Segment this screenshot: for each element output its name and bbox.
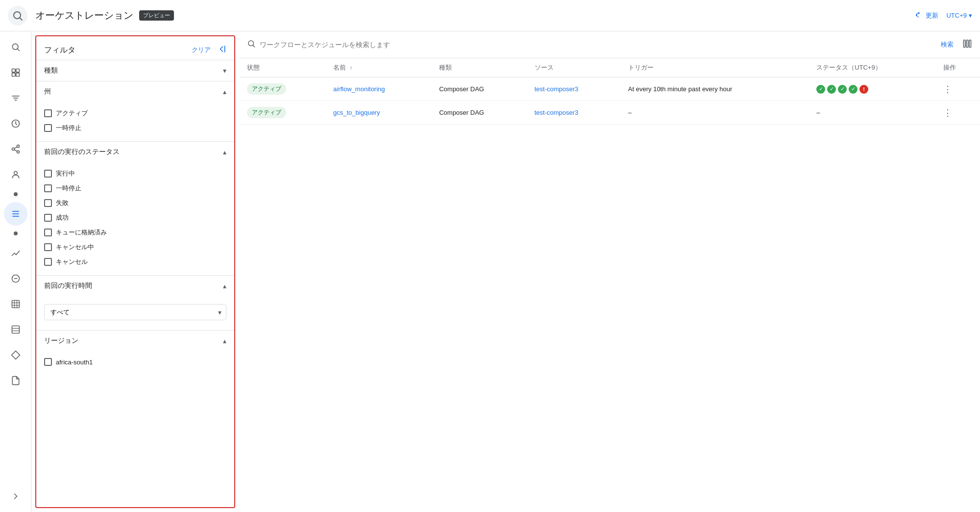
- filter-section-region-body: africa-south1: [36, 351, 234, 375]
- col-header-actions: 操作: [935, 58, 980, 77]
- svg-point-12: [17, 145, 19, 148]
- sidebar-item-share[interactable]: [4, 137, 27, 161]
- chevron-down-icon: ▾: [969, 12, 972, 19]
- svg-rect-35: [964, 40, 965, 47]
- checkbox-africa-south1[interactable]: [44, 358, 52, 366]
- filter-checkbox-active[interactable]: アクティブ: [44, 106, 226, 121]
- filter-collapse-button[interactable]: [217, 44, 226, 56]
- dot-divider-2: [14, 231, 18, 235]
- more-actions-button-2[interactable]: ⋮: [943, 108, 952, 118]
- filter-checkbox-running[interactable]: 実行中: [44, 166, 226, 181]
- svg-point-14: [17, 151, 19, 153]
- utc-selector[interactable]: UTC+9 ▾: [946, 12, 972, 19]
- filter-section-last-run-time: 前回の実行時間 ▴ すべて 1時間以内 6時間以内 24時間以内 7日以内 ▾: [36, 275, 234, 330]
- svg-line-34: [253, 45, 254, 47]
- checkbox-queued[interactable]: [44, 229, 52, 236]
- cell-status: ✓ ✓ ✓ ✓ !: [808, 77, 935, 101]
- cell-trigger: At every 10th minute past every hour: [620, 77, 808, 101]
- workflows-table: 状態 名前 ↑ 種類 ソース トリガー ステータス（UTC+9） 操作: [239, 58, 980, 125]
- svg-rect-7: [16, 73, 19, 77]
- chevron-up-icon-2: ▴: [223, 148, 226, 156]
- cell-type: Composer DAG: [431, 101, 527, 125]
- svg-rect-37: [969, 40, 971, 47]
- filter-checkbox-success[interactable]: 成功: [44, 210, 226, 225]
- checkbox-cancelled[interactable]: [44, 258, 52, 266]
- filter-checkbox-africa-south1[interactable]: africa-south1: [44, 355, 226, 369]
- last-run-time-select[interactable]: すべて 1時間以内 6時間以内 24時間以内 7日以内: [44, 304, 226, 320]
- checkbox-active[interactable]: [44, 109, 52, 117]
- filter-section-type-header[interactable]: 種類 ▾: [36, 60, 234, 81]
- sidebar-item-shield[interactable]: [4, 267, 27, 290]
- checkbox-suspended[interactable]: [44, 184, 52, 192]
- sidebar-item-clock[interactable]: [4, 112, 27, 135]
- table-row: アクティブ airflow_monitoring Composer DAG te…: [239, 77, 980, 101]
- col-header-name[interactable]: 名前 ↑: [325, 58, 431, 77]
- svg-rect-5: [16, 69, 19, 73]
- sidebar-item-expand[interactable]: [4, 485, 27, 508]
- filter-section-state: 州 ▴ アクティブ 一時停止: [36, 81, 234, 141]
- filter-section-last-run-status-body: 実行中 一時停止 失敗 成功 キューに格納済み: [36, 162, 234, 275]
- filter-checkbox-queued[interactable]: キューに格納済み: [44, 225, 226, 240]
- filter-panel: フィルタ クリア 種類 ▾ 州 ▴ アク: [35, 35, 235, 508]
- search-input[interactable]: [260, 41, 932, 49]
- sort-icon: ↑: [350, 65, 353, 71]
- checkbox-running[interactable]: [44, 170, 52, 178]
- filter-clear-button[interactable]: クリア: [192, 46, 211, 54]
- main-layout: フィルタ クリア 種類 ▾ 州 ▴ アク: [0, 31, 980, 512]
- search-icon: [247, 39, 256, 51]
- filter-section-type: 種類 ▾: [36, 60, 234, 81]
- checkbox-failed[interactable]: [44, 199, 52, 207]
- checkbox-success[interactable]: [44, 214, 52, 222]
- svg-point-13: [12, 148, 14, 151]
- workflow-name-link-2[interactable]: gcs_to_bigquery: [333, 109, 380, 116]
- icon-sidebar: [0, 31, 31, 512]
- topbar: オーケストレーション プレビュー 更新 UTC+9 ▾: [0, 0, 980, 31]
- sidebar-item-orchestration[interactable]: [4, 202, 27, 226]
- status-check-icon-2: ✓: [827, 85, 836, 94]
- filter-checkbox-cancelled[interactable]: キャンセル: [44, 255, 226, 269]
- refresh-button[interactable]: 更新: [915, 11, 938, 20]
- preview-badge: プレビュー: [139, 10, 174, 21]
- workflow-name-link[interactable]: airflow_monitoring: [333, 85, 385, 93]
- sidebar-item-dashboard[interactable]: [4, 61, 27, 84]
- dot-divider-1: [14, 192, 18, 196]
- cell-name: gcs_to_bigquery: [325, 101, 431, 125]
- sidebar-item-people[interactable]: [4, 163, 27, 186]
- sidebar-item-table[interactable]: [4, 318, 27, 341]
- source-link[interactable]: test-composer3: [535, 85, 579, 93]
- sidebar-item-grid[interactable]: [4, 292, 27, 316]
- filter-checkbox-suspended[interactable]: 一時停止: [44, 181, 226, 196]
- filter-section-region-header[interactable]: リージョン ▴: [36, 331, 234, 351]
- filter-checkbox-cancelling[interactable]: キャンセル中: [44, 240, 226, 255]
- filter-section-last-run-time-header[interactable]: 前回の実行時間 ▴: [36, 276, 234, 296]
- svg-line-3: [17, 49, 19, 51]
- cell-trigger: –: [620, 101, 808, 125]
- filter-checkbox-failed[interactable]: 失敗: [44, 196, 226, 210]
- sidebar-item-doc[interactable]: [4, 369, 27, 392]
- svg-rect-23: [12, 301, 19, 308]
- cell-actions: ⋮: [935, 101, 980, 125]
- filter-header: フィルタ クリア: [36, 36, 234, 60]
- source-link-2[interactable]: test-composer3: [535, 109, 579, 116]
- col-header-status: ステータス（UTC+9）: [808, 58, 935, 77]
- svg-line-16: [14, 147, 17, 148]
- sidebar-item-search[interactable]: [4, 35, 27, 59]
- table-row: アクティブ gcs_to_bigquery Composer DAG test-…: [239, 101, 980, 125]
- checkbox-cancelling[interactable]: [44, 243, 52, 251]
- filter-checkbox-paused[interactable]: 一時停止: [44, 121, 226, 135]
- app-logo[interactable]: [8, 6, 27, 26]
- chevron-down-icon: ▾: [223, 67, 226, 75]
- columns-toggle-icon[interactable]: [962, 39, 972, 51]
- more-actions-button[interactable]: ⋮: [943, 84, 952, 94]
- filter-section-region: リージョン ▴ africa-south1: [36, 330, 234, 375]
- sidebar-item-chart[interactable]: [4, 241, 27, 265]
- sidebar-item-diamond[interactable]: [4, 343, 27, 367]
- svg-rect-6: [12, 73, 15, 77]
- checkbox-paused[interactable]: [44, 124, 52, 132]
- sidebar-item-filter[interactable]: [4, 86, 27, 110]
- filter-section-last-run-status-header[interactable]: 前回の実行のステータス ▴: [36, 142, 234, 162]
- cell-status: –: [808, 101, 935, 125]
- svg-rect-36: [966, 40, 968, 47]
- filter-section-state-header[interactable]: 州 ▴: [36, 81, 234, 102]
- search-button[interactable]: 検索: [936, 37, 958, 52]
